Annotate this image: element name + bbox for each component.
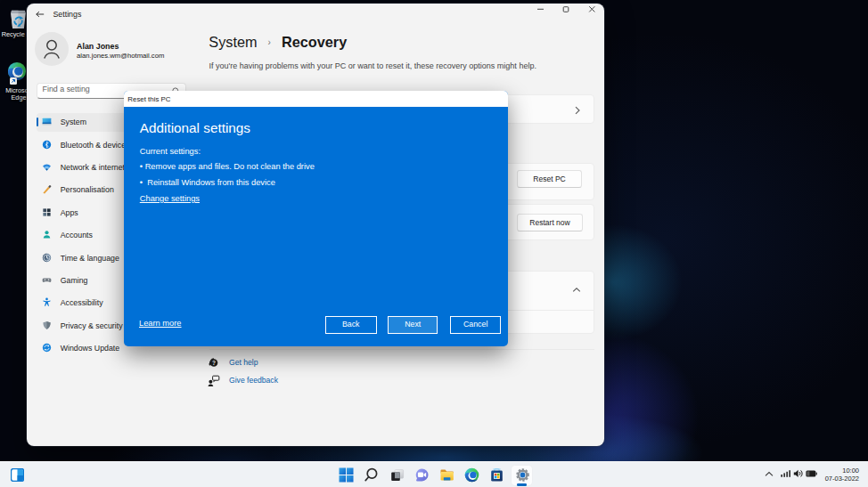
svg-text:?: ?: [212, 359, 216, 365]
